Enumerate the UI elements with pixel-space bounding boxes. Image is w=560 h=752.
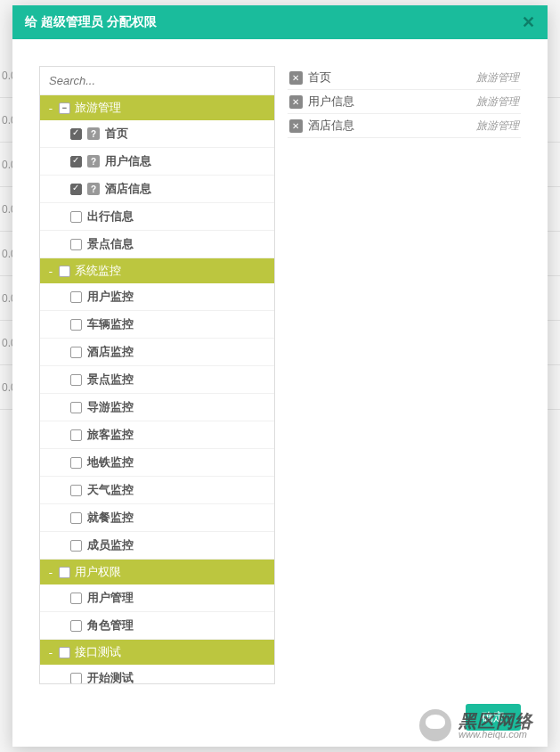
tree-item[interactable]: 角色管理 (40, 612, 274, 640)
item-checkbox[interactable] (70, 211, 82, 223)
tree-item[interactable]: ?首页 (40, 120, 274, 148)
item-checkbox[interactable] (70, 457, 82, 469)
selected-category: 旅游管理 (476, 94, 519, 110)
item-checkbox[interactable] (70, 485, 82, 496)
item-checkbox[interactable] (70, 429, 82, 441)
item-label: 车辆监控 (87, 316, 134, 332)
group-checkbox[interactable] (59, 266, 70, 277)
group-checkbox[interactable] (59, 102, 70, 114)
item-label: 导游监控 (87, 399, 134, 415)
remove-icon[interactable]: ✕ (289, 119, 303, 133)
tree-item[interactable]: 地铁监控 (40, 449, 274, 477)
tree-item[interactable]: ?用户信息 (40, 148, 274, 176)
permission-modal: 给 超级管理员 分配权限 ✕ -旅游管理?首页?用户信息?酒店信息出行信息景点信… (12, 5, 548, 747)
help-icon[interactable]: ? (87, 127, 100, 140)
group-checkbox[interactable] (59, 647, 70, 658)
tree-item[interactable]: 就餐监控 (40, 504, 274, 532)
group-checkbox[interactable] (59, 567, 70, 578)
selected-item: ✕首页旅游管理 (288, 66, 522, 90)
item-checkbox[interactable] (70, 319, 82, 331)
group-label: 接口测试 (75, 644, 121, 660)
tree-group-header[interactable]: -用户权限 (40, 560, 274, 584)
tree-item[interactable]: 酒店监控 (40, 339, 274, 366)
item-checkbox[interactable] (70, 540, 82, 552)
tree-item[interactable]: ?酒店信息 (40, 176, 274, 203)
tree-item[interactable]: 成员监控 (40, 532, 274, 560)
item-checkbox[interactable] (70, 184, 82, 195)
item-label: 用户监控 (87, 289, 134, 305)
collapse-icon[interactable]: - (47, 566, 54, 579)
search-input[interactable] (40, 67, 274, 95)
selected-label: 首页 (308, 69, 331, 86)
modal-body: -旅游管理?首页?用户信息?酒店信息出行信息景点信息-系统监控用户监控车辆监控酒… (12, 39, 548, 693)
collapse-icon[interactable]: - (47, 102, 54, 115)
selected-label: 用户信息 (308, 94, 354, 110)
tree-item[interactable]: 开始测试 (40, 665, 274, 683)
tree-item[interactable]: 用户管理 (40, 584, 274, 612)
tree-group-header[interactable]: -系统监控 (40, 258, 274, 283)
confirm-button[interactable]: 确定 (466, 704, 521, 731)
tree-item[interactable]: 旅客监控 (40, 421, 274, 449)
item-checkbox[interactable] (70, 620, 82, 632)
item-label: 天气监控 (87, 482, 134, 498)
item-label: 角色管理 (87, 617, 134, 633)
item-checkbox[interactable] (70, 402, 82, 413)
selected-permissions-panel: ✕首页旅游管理✕用户信息旅游管理✕酒店信息旅游管理 (288, 66, 522, 684)
group-label: 旅游管理 (75, 100, 121, 116)
item-label: 用户信息 (105, 153, 151, 169)
item-label: 地铁监控 (87, 454, 134, 470)
tree-item[interactable]: 出行信息 (40, 203, 274, 231)
item-checkbox[interactable] (70, 374, 82, 386)
remove-icon[interactable]: ✕ (289, 95, 303, 109)
group-label: 系统监控 (75, 263, 121, 279)
modal-footer: 确定 (12, 693, 548, 747)
modal-header: 给 超级管理员 分配权限 ✕ (12, 5, 548, 39)
item-label: 旅客监控 (87, 427, 134, 443)
tree-item[interactable]: 景点监控 (40, 366, 274, 394)
group-label: 用户权限 (75, 564, 121, 580)
tree-item[interactable]: 景点信息 (40, 231, 274, 258)
modal-title: 给 超级管理员 分配权限 (25, 14, 157, 30)
selected-category: 旅游管理 (476, 70, 519, 86)
item-label: 景点监控 (87, 372, 134, 388)
tree-group-header[interactable]: -旅游管理 (40, 95, 274, 120)
tree-group-header[interactable]: -接口测试 (40, 640, 274, 665)
item-checkbox[interactable] (70, 291, 82, 303)
tree-item[interactable]: 用户监控 (40, 283, 274, 311)
permission-tree-panel: -旅游管理?首页?用户信息?酒店信息出行信息景点信息-系统监控用户监控车辆监控酒… (39, 66, 275, 684)
selected-item: ✕酒店信息旅游管理 (288, 114, 522, 138)
item-label: 酒店信息 (105, 181, 151, 197)
item-checkbox[interactable] (70, 593, 82, 604)
selected-category: 旅游管理 (476, 119, 519, 134)
item-label: 出行信息 (87, 208, 134, 225)
close-icon[interactable]: ✕ (522, 12, 535, 32)
item-label: 景点信息 (87, 236, 134, 252)
item-checkbox[interactable] (70, 128, 82, 140)
tree-item[interactable]: 车辆监控 (40, 311, 274, 339)
tree-item[interactable]: 天气监控 (40, 477, 274, 504)
item-checkbox[interactable] (70, 512, 82, 524)
selected-label: 酒店信息 (308, 118, 354, 134)
help-icon[interactable]: ? (87, 155, 100, 168)
item-label: 成员监控 (87, 537, 134, 553)
collapse-icon[interactable]: - (47, 265, 54, 278)
item-label: 用户管理 (87, 590, 134, 606)
item-label: 首页 (105, 126, 128, 142)
tree-item[interactable]: 导游监控 (40, 394, 274, 421)
selected-item: ✕用户信息旅游管理 (288, 90, 522, 114)
help-icon[interactable]: ? (87, 183, 100, 195)
permission-tree[interactable]: -旅游管理?首页?用户信息?酒店信息出行信息景点信息-系统监控用户监控车辆监控酒… (40, 95, 274, 683)
collapse-icon[interactable]: - (47, 646, 54, 659)
item-checkbox[interactable] (70, 156, 82, 168)
item-label: 酒店监控 (87, 344, 134, 360)
item-checkbox[interactable] (70, 347, 82, 358)
item-label: 就餐监控 (87, 510, 134, 526)
item-label: 开始测试 (87, 670, 134, 683)
item-checkbox[interactable] (70, 673, 82, 684)
remove-icon[interactable]: ✕ (289, 71, 303, 85)
item-checkbox[interactable] (70, 239, 82, 250)
